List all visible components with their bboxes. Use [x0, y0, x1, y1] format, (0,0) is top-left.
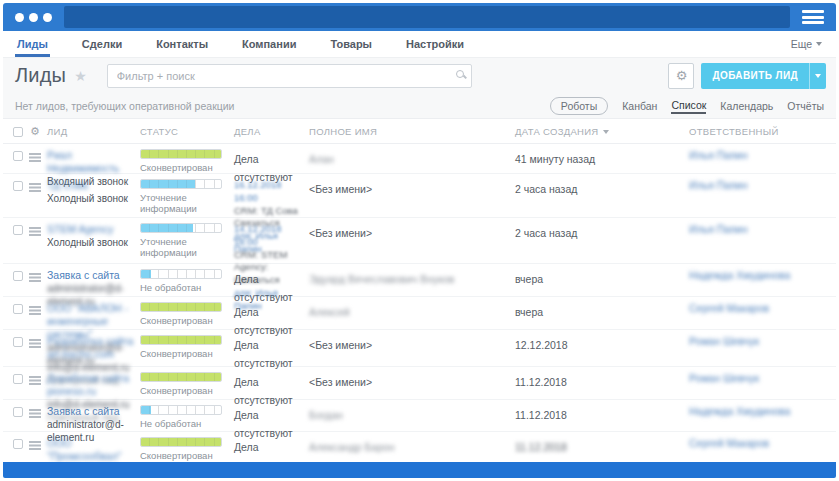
table-row[interactable]: STEM Agency Холодный звонок Уточнение ин… — [3, 218, 836, 264]
view-list[interactable]: Список — [671, 97, 706, 114]
lead-link[interactable]: Разработка сайта art-bacho.com — [47, 335, 134, 361]
view-robots[interactable]: Роботы — [550, 97, 608, 115]
section-tabbar: Лиды Сделки Контакты Компании Товары Нас… — [3, 31, 836, 58]
lead-link[interactable]: Заявка с сайта — [47, 269, 134, 282]
column-header-lead[interactable]: ЛИД — [47, 126, 140, 137]
lead-repeat-flag: Повторный лид — [47, 411, 134, 424]
table-row[interactable]: Доработки сайта pioneso.ru info@d-elemen… — [3, 367, 836, 400]
status-label: Сконвертирован — [140, 315, 224, 326]
filter-search — [107, 64, 472, 88]
responsible-link[interactable]: Надежда Хмудинова — [689, 269, 836, 282]
row-checkbox[interactable] — [13, 304, 23, 314]
row-checkbox[interactable] — [13, 439, 23, 449]
row-checkbox[interactable] — [13, 181, 23, 191]
deal-date-link[interactable]: 14.12.2018 18:00 — [234, 223, 305, 249]
table-row[interactable]: ООО "АВАЛОН - инженерные системы" admini… — [3, 297, 836, 330]
tab-contacts[interactable]: Контакты — [154, 31, 210, 57]
row-menu-icon[interactable] — [29, 227, 41, 229]
top-bar — [3, 3, 836, 31]
responsible-link[interactable]: Илья Папин — [689, 149, 836, 162]
table-row[interactable]: Риал Недвижимость Входящий звонок Сконве… — [3, 144, 836, 174]
lead-link[interactable]: Доработки сайта pioneso.ru — [47, 372, 134, 398]
top-search-area[interactable] — [64, 6, 790, 28]
chevron-down-icon — [816, 42, 822, 46]
tab-more[interactable]: Еще — [789, 31, 824, 57]
add-lead-dropdown[interactable] — [809, 63, 826, 89]
add-lead-button[interactable]: ДОБАВИТЬ ЛИД — [701, 63, 826, 89]
view-reports[interactable]: Отчёты — [787, 98, 824, 114]
row-checkbox[interactable] — [13, 407, 23, 417]
responsible-link[interactable]: Илья Папин — [689, 223, 836, 236]
view-calendar[interactable]: Календарь — [720, 98, 773, 114]
responsible-link[interactable]: Сергей Макаров — [689, 302, 836, 315]
row-checkbox[interactable] — [13, 337, 23, 347]
tab-products[interactable]: Товары — [328, 31, 374, 57]
search-icon[interactable] — [456, 70, 464, 78]
row-menu-icon[interactable] — [29, 376, 41, 378]
full-name: Александр Барон — [309, 441, 395, 453]
responsible-link[interactable]: Сергей Макаров — [689, 437, 836, 450]
crm-app-window: Лиды Сделки Контакты Компании Товары Нас… — [0, 0, 839, 481]
row-checkbox[interactable] — [13, 151, 23, 161]
columns-gear-icon[interactable]: ⚙ — [30, 125, 40, 138]
row-checkbox[interactable] — [13, 271, 23, 281]
tab-deals[interactable]: Сделки — [80, 31, 124, 57]
status-progress-bar — [140, 302, 222, 312]
lead-email: info@d-element.ru — [47, 398, 134, 411]
column-header-responsible[interactable]: ОТВЕТСТВЕННЫЙ — [689, 126, 836, 137]
view-switcher: Роботы Канбан Список Календарь Отчёты — [550, 97, 824, 115]
row-menu-icon[interactable] — [29, 409, 41, 411]
created-date: 11.12.2018 — [515, 409, 567, 421]
row-menu-icon[interactable] — [29, 306, 41, 308]
status-progress-bar — [140, 335, 222, 345]
deal-assignee-link[interactable]: для: Илья Папин — [234, 287, 305, 313]
row-menu-icon[interactable] — [29, 339, 41, 341]
select-all-checkbox[interactable] — [13, 127, 23, 137]
view-kanban[interactable]: Канбан — [622, 98, 657, 114]
lead-link[interactable]: ООО "Промсообвал" — [47, 437, 134, 463]
deals-text: Дела отсутствуют — [234, 409, 293, 439]
lead-source: Холодный звонок — [47, 236, 134, 249]
responsible-link[interactable]: Роман Шевчук — [689, 335, 836, 348]
responsible-link[interactable]: Роман Шевчук — [689, 372, 836, 385]
app-menu-icon[interactable] — [15, 13, 52, 22]
tab-leads[interactable]: Лиды — [15, 31, 50, 57]
row-menu-icon[interactable] — [29, 153, 41, 155]
tab-settings[interactable]: Настройки — [404, 31, 466, 57]
responsible-link[interactable]: Надежда Хмудинова — [689, 405, 836, 418]
row-checkbox[interactable] — [13, 225, 23, 235]
row-menu-icon[interactable] — [29, 441, 41, 443]
created-date: 2 часа назад — [515, 227, 577, 239]
created-date: 12.12.2018 — [515, 339, 568, 351]
table-row[interactable]: ТД Сова Холодный звонок Уточнение информ… — [3, 174, 836, 218]
row-menu-icon[interactable] — [29, 273, 41, 275]
settings-gear-button[interactable]: ⚙ — [668, 63, 694, 89]
row-menu-icon[interactable] — [29, 183, 41, 185]
status-message: Нет лидов, требующих оперативной реакции — [15, 100, 234, 112]
deal-date-link[interactable]: 16.12.2018 16:00 — [234, 179, 305, 205]
table-row[interactable]: ООО "Промсообвал" info@d-element.ru Скон… — [3, 432, 836, 464]
page-header: Лиды ★ ⚙ ДОБАВИТЬ ЛИД — [3, 58, 836, 93]
full-name: Алан — [309, 153, 334, 165]
full-name: Алексей — [309, 306, 350, 318]
filter-search-input[interactable] — [107, 64, 472, 88]
responsible-link[interactable]: Илья Папин — [689, 179, 836, 192]
row-checkbox[interactable] — [13, 374, 23, 384]
column-header-deals[interactable]: ДЕЛА — [234, 126, 309, 137]
favorite-star-icon[interactable]: ★ — [74, 68, 87, 84]
status-progress-bar — [140, 437, 222, 447]
lead-link[interactable]: Риал Недвижимость — [47, 149, 134, 175]
lead-link[interactable]: ТД Сова — [47, 179, 134, 192]
lead-link[interactable]: STEM Agency — [47, 223, 134, 236]
column-header-full-name[interactable]: ПОЛНОЕ ИМЯ — [309, 126, 515, 137]
full-name: <Без имени> — [309, 376, 372, 388]
status-bar: Нет лидов, требующих оперативной реакции… — [3, 93, 836, 119]
table-row[interactable]: Разработка сайта art-bacho.com info@d-el… — [3, 330, 836, 367]
full-name: <Без имени> — [309, 183, 372, 195]
table-row[interactable]: Заявка с сайта administrator@d-element.r… — [3, 264, 836, 297]
hamburger-icon[interactable] — [802, 10, 824, 24]
tab-companies[interactable]: Компании — [240, 31, 298, 57]
gear-icon: ⚙ — [676, 68, 688, 83]
column-header-created[interactable]: ДАТА СОЗДАНИЯ — [515, 126, 689, 137]
column-header-status[interactable]: СТАТУС — [140, 126, 234, 137]
